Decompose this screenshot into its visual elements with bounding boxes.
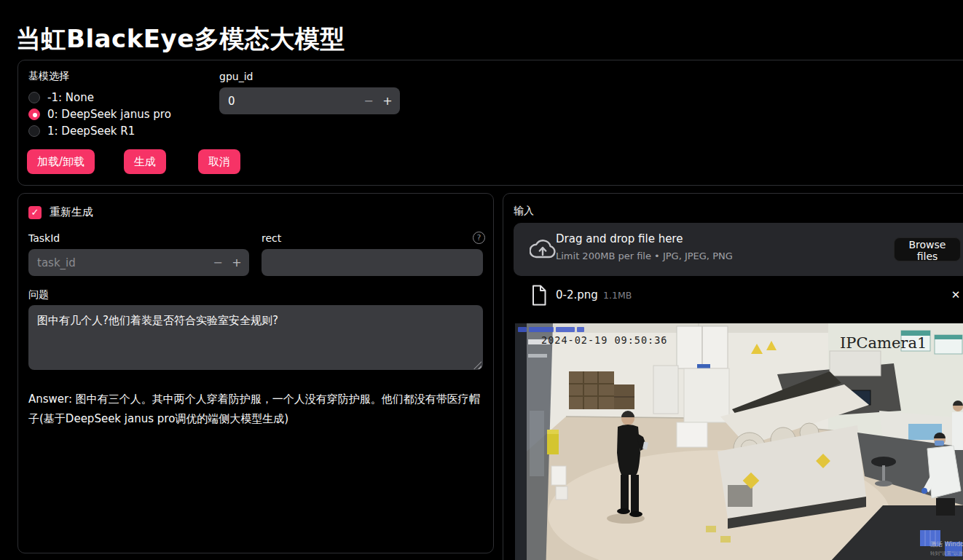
- gpu-id-input[interactable]: 0 − +: [219, 87, 400, 114]
- uploaded-image-preview: 2024-02-19 09:50:36 IPCamera1 激活 Windows…: [515, 323, 963, 560]
- base-model-label: 基模选择: [28, 70, 69, 83]
- taskid-label: TaskId: [28, 232, 60, 244]
- browse-files-button[interactable]: Browse files: [894, 237, 961, 261]
- photo-lab-scene: 2024-02-19 09:50:36 IPCamera1 激活 Windows…: [515, 323, 963, 560]
- file-size: 1.1MB: [603, 290, 632, 301]
- remove-file-button[interactable]: ✕: [948, 287, 963, 303]
- regenerate-checkbox[interactable]: ✓ 重新生成: [28, 205, 93, 219]
- question-label: 问题: [28, 288, 49, 301]
- gpu-id-label: gpu_id: [219, 71, 253, 82]
- taskid-input[interactable]: task_id − +: [28, 249, 249, 276]
- photo-watermark-line2: 转到"设置"以激活 Windows。: [930, 551, 963, 556]
- model-panel: 基模选择 -1: None 0: DeepSeek janus pro 1: D…: [17, 60, 963, 186]
- input-label: 输入: [514, 205, 534, 218]
- answer-text: Answer: 图中有三个人。其中两个人穿着防护服，一个人没有穿防护服。他们都没…: [28, 390, 483, 429]
- file-name: 0-2.png: [556, 288, 598, 301]
- taskid-increment-icon[interactable]: +: [227, 249, 246, 276]
- cancel-button[interactable]: 取消: [198, 149, 240, 174]
- taskid-placeholder: task_id: [37, 256, 76, 269]
- load-unload-button[interactable]: 加载/卸载: [27, 149, 95, 174]
- taskid-decrement-icon[interactable]: −: [208, 249, 227, 276]
- generate-button[interactable]: 生成: [124, 149, 166, 174]
- cloud-upload-icon: [530, 240, 556, 262]
- checkbox-checked-icon[interactable]: ✓: [28, 206, 42, 219]
- file-dropzone[interactable]: Drag and drop file here Limit 200MB per …: [514, 223, 963, 276]
- page-title: 当虹BlackEye多模态大模型: [16, 23, 345, 56]
- radio-label: 0: DeepSeek janus pro: [47, 108, 171, 121]
- help-icon[interactable]: ?: [473, 232, 485, 244]
- input-panel: 输入 Drag and drop file here Limit 200MB p…: [503, 193, 963, 560]
- radio-option-r1[interactable]: 1: DeepSeek R1: [28, 122, 135, 139]
- radio-circle-selected-icon[interactable]: [28, 109, 40, 120]
- radio-label: -1: None: [47, 91, 94, 104]
- radio-label: 1: DeepSeek R1: [47, 125, 135, 138]
- rect-label: rect: [262, 232, 281, 244]
- question-textarea[interactable]: 图中有几个人?他们着装是否符合实验室安全规则?: [28, 305, 483, 370]
- task-panel: ✓ 重新生成 TaskId task_id − + rect ? 问题 图中有几…: [17, 193, 494, 553]
- radio-circle-icon[interactable]: [28, 125, 40, 137]
- photo-timestamp: 2024-02-19 09:50:36: [541, 334, 667, 346]
- regenerate-label: 重新生成: [50, 205, 93, 219]
- radio-option-janus-pro[interactable]: 0: DeepSeek janus pro: [28, 106, 171, 122]
- dropzone-limit: Limit 200MB per file • JPG, JPEG, PNG: [556, 251, 733, 261]
- gpu-id-increment-icon[interactable]: +: [378, 87, 397, 114]
- rect-input[interactable]: [262, 249, 483, 276]
- file-document-icon: [531, 285, 547, 309]
- photo-camera-label: IPCamera1: [840, 334, 927, 352]
- radio-option-none[interactable]: -1: None: [28, 89, 94, 106]
- uploaded-file-row: 0-2.png 1.1MB ✕: [514, 283, 963, 310]
- radio-circle-icon[interactable]: [28, 92, 40, 103]
- photo-person-labcoat-far: [952, 401, 963, 450]
- gpu-id-decrement-icon[interactable]: −: [359, 87, 378, 114]
- dropzone-title: Drag and drop file here: [556, 232, 683, 245]
- gpu-id-value: 0: [228, 95, 235, 108]
- photo-watermark-line1: 激活 Windows: [930, 540, 963, 548]
